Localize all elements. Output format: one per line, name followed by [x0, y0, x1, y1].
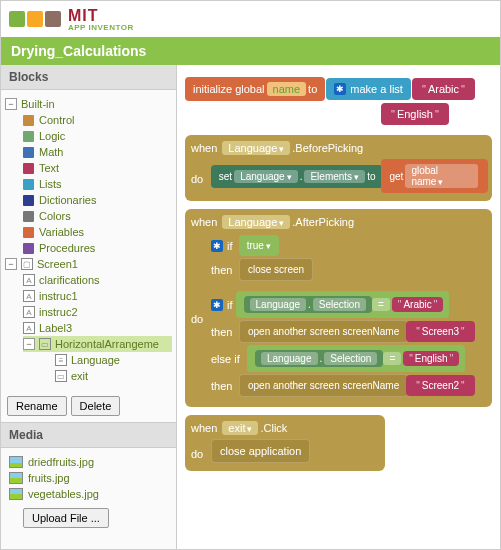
logo-text: MIT APP INVENTOR: [68, 7, 134, 32]
tree-buttons: Rename Delete: [1, 390, 176, 422]
button-icon: ▭: [55, 370, 67, 382]
image-icon: [9, 488, 23, 500]
property-dropdown[interactable]: Elements▾: [304, 170, 365, 183]
component-dropdown[interactable]: Language▾: [234, 170, 298, 183]
component-dropdown[interactable]: Language▾: [222, 215, 290, 229]
logo-block-green: [9, 11, 25, 27]
dict-swatch-icon: [23, 195, 34, 206]
label-icon: A: [23, 290, 35, 302]
media-item[interactable]: fruits.jpg: [9, 470, 168, 486]
control-swatch-icon: [23, 115, 34, 126]
open-screen-block[interactable]: open another screen screenName: [239, 320, 408, 343]
gear-icon[interactable]: ✱: [211, 299, 223, 311]
component-dropdown[interactable]: exit▾: [222, 421, 258, 435]
blocks-panel-header: Blocks: [1, 65, 176, 90]
block-when-beforepicking[interactable]: when Language▾ .BeforePicking do set Lan…: [185, 135, 492, 201]
text-swatch-icon: [23, 163, 34, 174]
tree-cat-variables[interactable]: Variables: [23, 224, 172, 240]
close-application-block[interactable]: close application: [211, 439, 310, 463]
tree-builtin[interactable]: − Built-in: [5, 96, 172, 112]
media-panel-header: Media: [1, 423, 176, 448]
project-title: Drying_Calculations: [11, 43, 146, 59]
tree-screen1[interactable]: − ▢ Screen1: [5, 256, 172, 272]
component-dropdown[interactable]: Language▾: [222, 141, 290, 155]
tree-cat-control[interactable]: Control: [23, 112, 172, 128]
tree-comp-horizontal-arrangement[interactable]: − ▭ HorizontalArrangeme: [23, 336, 172, 352]
media-panel: Media driedfruits.jpg fruits.jpg vegetab…: [1, 422, 176, 534]
layout-icon: ▭: [39, 338, 51, 350]
label-icon: A: [23, 306, 35, 318]
gear-icon[interactable]: ✱: [211, 240, 223, 252]
tree-cat-lists[interactable]: Lists: [23, 176, 172, 192]
equals-block[interactable]: Language.Selection = "Arabic": [236, 291, 450, 318]
media-item[interactable]: driedfruits.jpg: [9, 454, 168, 470]
logic-true-block[interactable]: true▾: [239, 235, 279, 256]
block-when-exit-click[interactable]: when exit▾ .Click do close application: [185, 415, 385, 471]
equals-block[interactable]: Language.Selection = "English": [247, 345, 465, 372]
upload-file-button[interactable]: Upload File ...: [23, 508, 109, 528]
vars-swatch-icon: [23, 227, 34, 238]
collapse-icon[interactable]: −: [5, 98, 17, 110]
delete-button[interactable]: Delete: [71, 396, 121, 416]
tree-comp-label3[interactable]: ALabel3: [23, 320, 172, 336]
close-screen-block[interactable]: close screen: [239, 258, 313, 281]
sidebar: Blocks − Built-in Control Logic Math Tex…: [1, 65, 177, 549]
logo-mit: MIT: [68, 7, 99, 24]
tree-cat-math[interactable]: Math: [23, 144, 172, 160]
tree-comp-instruc2[interactable]: Ainstruc2: [23, 304, 172, 320]
media-item[interactable]: vegetables.jpg: [9, 486, 168, 502]
tree-comp-clarifications[interactable]: Aclarifications: [23, 272, 172, 288]
blocks-tree: − Built-in Control Logic Math Text Lists…: [1, 90, 176, 390]
project-title-bar: Drying_Calculations: [1, 37, 500, 65]
label-icon: A: [23, 274, 35, 286]
var-name-field[interactable]: name: [267, 82, 307, 96]
block-when-afterpicking[interactable]: when Language▾ .AfterPicking do ✱ if tru…: [185, 209, 492, 407]
math-swatch-icon: [23, 147, 34, 158]
collapse-icon[interactable]: −: [5, 258, 17, 270]
tree-comp-language[interactable]: ≡Language: [55, 352, 172, 368]
app-header: MIT APP INVENTOR: [1, 1, 500, 37]
lists-swatch-icon: [23, 179, 34, 190]
logic-swatch-icon: [23, 131, 34, 142]
rename-button[interactable]: Rename: [7, 396, 67, 416]
logo-sub: APP INVENTOR: [68, 23, 134, 32]
tree-cat-procedures[interactable]: Procedures: [23, 240, 172, 256]
tree-comp-instruc1[interactable]: Ainstruc1: [23, 288, 172, 304]
colors-swatch-icon: [23, 211, 34, 222]
collapse-icon[interactable]: −: [23, 338, 35, 350]
var-dropdown[interactable]: global name▾: [405, 164, 478, 188]
open-screen-block[interactable]: open another screen screenName: [239, 374, 408, 397]
logo-block-brown: [45, 11, 61, 27]
tree-comp-exit[interactable]: ▭exit: [55, 368, 172, 384]
label-icon: A: [23, 322, 35, 334]
gear-icon[interactable]: ✱: [334, 83, 346, 95]
blocks-workspace[interactable]: initialize global name to ✱ make a list …: [177, 65, 500, 549]
block-initialize-global[interactable]: initialize global name to ✱ make a list …: [185, 77, 492, 125]
image-icon: [9, 472, 23, 484]
proc-swatch-icon: [23, 243, 34, 254]
screen-icon: ▢: [21, 258, 33, 270]
tree-cat-text[interactable]: Text: [23, 160, 172, 176]
listpicker-icon: ≡: [55, 354, 67, 366]
image-icon: [9, 456, 23, 468]
logo-block-yellow: [27, 11, 43, 27]
tree-cat-logic[interactable]: Logic: [23, 128, 172, 144]
tree-cat-colors[interactable]: Colors: [23, 208, 172, 224]
tree-cat-dictionaries[interactable]: Dictionaries: [23, 192, 172, 208]
